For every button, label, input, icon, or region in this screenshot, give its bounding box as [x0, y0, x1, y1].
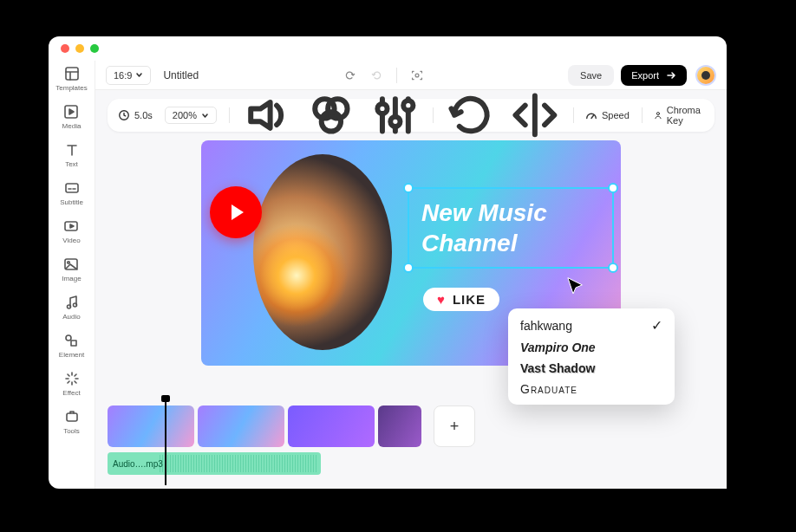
app-window: Templates Media Text Subtitle Video Imag…: [49, 36, 727, 489]
chroma-key-tool[interactable]: Chroma Key: [654, 105, 704, 126]
sidebar-label: Element: [59, 351, 84, 359]
sidebar-item-audio[interactable]: Audio: [62, 295, 80, 321]
svg-point-17: [390, 117, 400, 127]
audio-icon: [64, 295, 80, 310]
resize-handle-icon[interactable]: [403, 263, 414, 273]
sidebar-item-element[interactable]: Element: [59, 333, 84, 359]
titlebar: [49, 36, 727, 61]
svg-rect-0: [66, 68, 78, 80]
svg-point-16: [377, 104, 387, 114]
video-icon: [63, 218, 79, 234]
lens-flare-icon: [253, 224, 349, 328]
sidebar-label: Effect: [62, 389, 80, 397]
chevron-down-icon: [135, 71, 143, 79]
arrow-right-icon: [666, 70, 676, 81]
user-avatar[interactable]: [695, 65, 716, 86]
audio-track[interactable]: Audio….mp3: [108, 452, 321, 475]
like-button[interactable]: ♥ LIKE: [423, 288, 499, 311]
svg-rect-2: [66, 184, 78, 192]
aspect-ratio-select[interactable]: 16:9: [106, 66, 151, 85]
svg-point-7: [73, 303, 76, 307]
save-button[interactable]: Save: [568, 65, 614, 86]
font-option-fahkwang[interactable]: fahkwang ✓: [520, 317, 662, 334]
person-icon: [654, 109, 662, 121]
font-option-graduate[interactable]: Graduate: [520, 382, 662, 396]
topbar: 16:9 Untitled Save Export: [95, 61, 727, 90]
element-icon: [63, 333, 79, 348]
text-selection-box[interactable]: New Music Channel: [408, 187, 614, 269]
image-icon: [63, 256, 79, 272]
minimize-window-icon[interactable]: [75, 44, 84, 53]
svg-rect-9: [71, 341, 76, 346]
font-option-vast-shadow[interactable]: Vast Shadow: [520, 361, 662, 375]
svg-point-11: [415, 74, 419, 77]
timeline-clip[interactable]: [198, 405, 284, 447]
sidebar-label: Video: [62, 237, 80, 244]
add-clip-button[interactable]: +: [434, 405, 475, 447]
sidebar-item-media[interactable]: Media: [62, 104, 82, 130]
speed-icon: [585, 109, 597, 121]
font-picker-popup: fahkwang ✓ Vampiro One Vast Shadow Gradu…: [508, 308, 675, 405]
sidebar-item-text[interactable]: Text: [64, 142, 80, 168]
sidebar-item-tools[interactable]: Tools: [63, 409, 80, 435]
export-button[interactable]: Export: [621, 65, 687, 86]
svg-rect-10: [67, 413, 77, 421]
sidebar-item-subtitle[interactable]: Subtitle: [60, 180, 83, 206]
svg-point-19: [656, 113, 659, 115]
timeline[interactable]: + Audio….mp3: [95, 399, 727, 489]
subtitle-icon: [64, 180, 80, 196]
timeline-clip[interactable]: [288, 405, 375, 447]
font-option-vampiro[interactable]: Vampiro One: [520, 341, 662, 354]
svg-point-5: [68, 262, 70, 264]
sidebar: Templates Media Text Subtitle Video Imag…: [49, 61, 95, 489]
playhead[interactable]: [165, 399, 166, 485]
undo-icon[interactable]: [344, 69, 356, 81]
sidebar-item-video[interactable]: Video: [62, 218, 80, 244]
sidebar-item-effect[interactable]: Effect: [62, 371, 80, 397]
canvas-image-oval[interactable]: [253, 154, 392, 350]
effect-icon: [64, 371, 80, 386]
resize-handle-icon[interactable]: [403, 183, 414, 193]
close-window-icon[interactable]: [61, 44, 69, 53]
clock-icon: [118, 109, 130, 121]
maximize-window-icon[interactable]: [90, 44, 99, 53]
sidebar-label: Media: [62, 122, 82, 130]
sidebar-label: Subtitle: [60, 198, 83, 206]
text-icon: [64, 142, 80, 158]
resize-handle-icon[interactable]: [608, 183, 618, 193]
waveform-icon: [160, 455, 317, 472]
check-icon: ✓: [651, 317, 662, 334]
youtube-badge-icon[interactable]: [210, 186, 262, 238]
zoom-select[interactable]: 200%: [165, 107, 217, 124]
sidebar-label: Text: [65, 160, 78, 168]
sidebar-label: Tools: [63, 427, 80, 435]
sidebar-label: Image: [62, 275, 81, 282]
svg-point-6: [67, 305, 70, 308]
tools-icon: [64, 409, 80, 425]
timeline-clip[interactable]: [378, 405, 421, 447]
sidebar-item-templates[interactable]: Templates: [55, 66, 87, 92]
redo-icon[interactable]: [370, 69, 382, 81]
media-icon: [63, 104, 79, 120]
duration-tool[interactable]: 5.0s: [118, 109, 153, 121]
sidebar-item-image[interactable]: Image: [62, 256, 81, 282]
heart-icon: ♥: [437, 292, 446, 307]
cursor-icon: [565, 276, 588, 298]
focus-icon[interactable]: [411, 69, 423, 81]
sidebar-label: Templates: [55, 84, 87, 92]
resize-handle-icon[interactable]: [608, 263, 618, 273]
timeline-clip[interactable]: [108, 405, 194, 447]
canvas-headline[interactable]: New Music Channel: [409, 189, 612, 267]
templates-icon: [64, 66, 80, 81]
project-title[interactable]: Untitled: [163, 69, 199, 81]
svg-point-18: [403, 101, 413, 110]
canvas-toolbar: 5.0s 200% Speed: [108, 99, 714, 132]
sidebar-label: Audio: [62, 313, 80, 321]
svg-point-8: [66, 335, 71, 341]
chevron-down-icon: [201, 112, 209, 120]
speed-tool[interactable]: Speed: [585, 109, 630, 121]
